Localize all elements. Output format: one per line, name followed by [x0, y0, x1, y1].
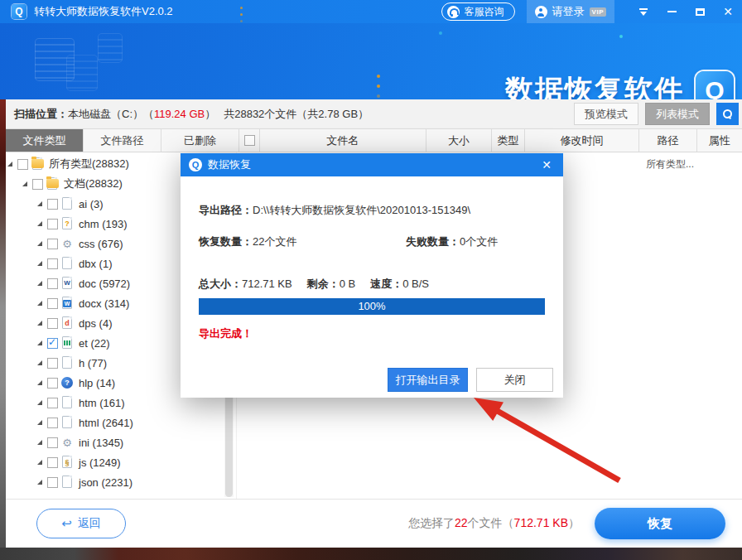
- expander-icon[interactable]: [37, 321, 42, 326]
- search-icon: [722, 109, 733, 119]
- recovery-dialog: Q 数据恢复 ✕ 导出路径：D:\\转转大师数据恢复软件\20201013-15…: [181, 153, 563, 398]
- tree-checkbox[interactable]: [47, 378, 58, 389]
- column-header-attr[interactable]: 属性: [697, 129, 742, 152]
- login-label: 请登录: [552, 4, 585, 19]
- column-header-filename[interactable]: 文件名: [260, 129, 426, 152]
- tree-label: json (2231): [79, 476, 132, 489]
- dialog-title: 数据恢复: [208, 157, 251, 172]
- select-all-checkbox[interactable]: [244, 135, 255, 146]
- minimize-button[interactable]: [658, 0, 686, 23]
- dialog-close-button[interactable]: 关闭: [476, 368, 553, 392]
- list-header-row: 文件类型 文件路径 已删除 文件名 大小 类型 修改时间 路径 属性: [6, 129, 742, 152]
- circuit-decor: [66, 55, 98, 91]
- glyph: ⚙: [62, 437, 72, 448]
- recover-button[interactable]: 恢复: [595, 508, 725, 539]
- file-type-icon: §: [61, 456, 73, 469]
- recovered-label: 恢复数量：: [199, 235, 253, 248]
- tree-label: dps (4): [79, 317, 112, 330]
- tab-deleted[interactable]: 已删除: [161, 129, 239, 152]
- open-output-dir-button[interactable]: 打开输出目录: [388, 368, 468, 392]
- tree-checkbox[interactable]: [47, 278, 58, 289]
- tree-label: h (77): [79, 357, 107, 369]
- expander-icon[interactable]: [37, 380, 42, 385]
- tree-label: ai (3): [79, 198, 104, 210]
- column-header-path[interactable]: 路径: [639, 129, 696, 152]
- tree-checkbox[interactable]: [47, 219, 58, 229]
- glyph: §: [65, 459, 69, 466]
- expander-icon[interactable]: [37, 440, 42, 445]
- expander-icon[interactable]: [37, 261, 42, 266]
- support-button[interactable]: 客服咨询: [441, 2, 515, 21]
- preview-mode-button[interactable]: 预览模式: [574, 103, 638, 125]
- tree-checkbox[interactable]: [47, 258, 58, 269]
- circuit-decor: [98, 33, 123, 63]
- glyph: ?: [65, 220, 70, 228]
- file-type-icon: ?: [61, 376, 73, 389]
- decor-dot: [240, 7, 243, 9]
- dialog-close-icon[interactable]: ✕: [538, 158, 555, 171]
- tree-checkbox[interactable]: [47, 318, 58, 329]
- tree-checkbox[interactable]: [47, 398, 58, 408]
- tree-checkbox[interactable]: [47, 477, 58, 488]
- maximize-button[interactable]: [686, 0, 714, 23]
- tree-checkbox[interactable]: [47, 437, 58, 448]
- tree-checkbox[interactable]: [47, 199, 58, 210]
- tree-row[interactable]: ⚙ ini (1345): [6, 432, 224, 452]
- close-button[interactable]: ✕: [714, 0, 742, 23]
- tree-checkbox[interactable]: [47, 358, 58, 369]
- expander-icon[interactable]: [37, 460, 42, 465]
- file-type-icon: [61, 336, 73, 350]
- decor-dot: [240, 20, 243, 22]
- expander-icon[interactable]: [37, 400, 42, 405]
- tree-checkbox[interactable]: [47, 338, 58, 349]
- search-button[interactable]: [716, 103, 739, 125]
- remaining-value: 0 B: [340, 278, 356, 290]
- tree-checkbox[interactable]: [47, 298, 58, 309]
- selection-mid: 个文件（: [468, 516, 514, 529]
- remaining-label: 剩余：: [307, 278, 340, 290]
- login-button[interactable]: 请登录 VIP: [527, 0, 614, 23]
- expander-icon[interactable]: [22, 181, 27, 186]
- tree-label: htm (161): [79, 397, 125, 409]
- tree-checkbox[interactable]: [47, 239, 58, 249]
- tab-file-type[interactable]: 文件类型: [6, 129, 84, 152]
- tree-row[interactable]: json (2231): [6, 472, 224, 492]
- expander-icon[interactable]: [37, 301, 42, 306]
- column-header-type[interactable]: 类型: [492, 129, 525, 152]
- select-all-cell: [239, 129, 260, 152]
- tree-label: 文档(28832): [64, 176, 123, 191]
- column-header-size[interactable]: 大小: [426, 129, 492, 152]
- expander-icon[interactable]: [37, 221, 42, 226]
- folder-shape: [31, 159, 44, 168]
- export-path-row: 导出路径：D:\\转转大师数据恢复软件\20201013-151349\: [199, 203, 545, 218]
- tree-checkbox[interactable]: [32, 179, 43, 190]
- expander-icon[interactable]: [37, 281, 42, 286]
- failed-value: 0个文件: [460, 235, 498, 248]
- tab-file-path[interactable]: 文件路径: [84, 129, 161, 152]
- expander-icon[interactable]: [37, 340, 42, 345]
- tree-checkbox[interactable]: [47, 418, 58, 428]
- list-mode-button[interactable]: 列表模式: [645, 103, 710, 125]
- expander-icon[interactable]: [37, 241, 42, 246]
- page-shape: [62, 197, 72, 210]
- tree-checkbox[interactable]: [17, 159, 28, 170]
- export-path-label: 导出路径：: [199, 204, 253, 216]
- expander-icon[interactable]: [37, 360, 42, 365]
- expander-icon[interactable]: [7, 162, 12, 167]
- tree-row[interactable]: § js (1249): [6, 452, 224, 472]
- dialog-body: 导出路径：D:\\转转大师数据恢复软件\20201013-151349\ 恢复数…: [181, 176, 563, 398]
- expander-icon[interactable]: [37, 201, 42, 206]
- glyph: [64, 340, 70, 345]
- column-header-modified[interactable]: 修改时间: [525, 129, 640, 152]
- expander-icon[interactable]: [37, 420, 42, 425]
- expander-icon[interactable]: [37, 480, 42, 485]
- stats-row: 总大小：712.71 KB 剩余：0 B 速度：0 B/S: [199, 277, 545, 292]
- file-type-icon: [61, 476, 73, 489]
- selection-suffix: ）: [568, 516, 580, 529]
- back-button[interactable]: ↩ 返回: [36, 509, 126, 538]
- tree-label: doc (5972): [79, 278, 130, 290]
- collapse-button[interactable]: [629, 0, 658, 23]
- tree-row[interactable]: html (2641): [6, 413, 224, 432]
- export-path-value: D:\\转转大师数据恢复软件\20201013-151349\: [253, 204, 470, 216]
- tree-checkbox[interactable]: [47, 457, 58, 468]
